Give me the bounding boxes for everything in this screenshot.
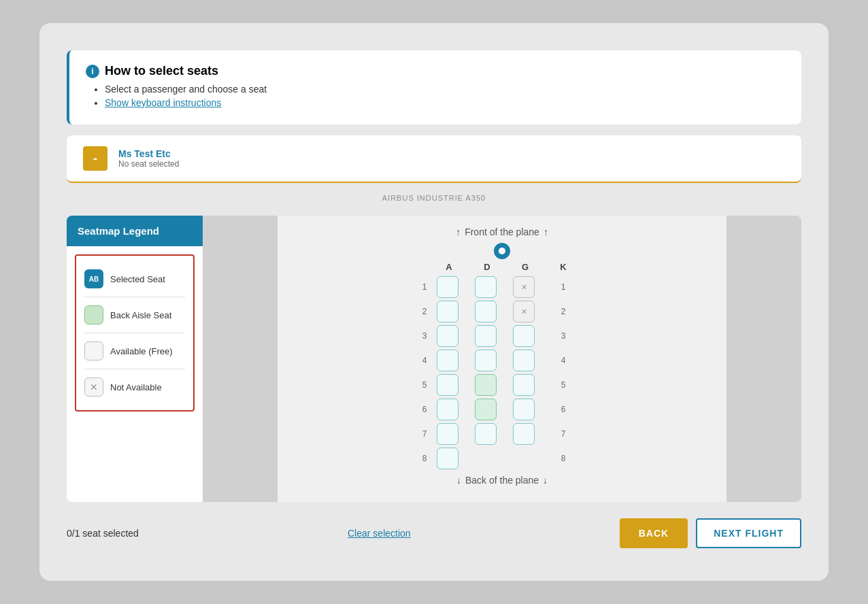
passenger-row: - Ms Test Etc No seat selected	[67, 135, 801, 183]
passenger-fullname: Test Etc	[134, 148, 170, 159]
seat-grid: 1 ✕ 1 2	[414, 276, 590, 469]
seatmap-gray-right	[727, 216, 801, 502]
row-num-6: 6	[414, 405, 435, 414]
legend-available-icon	[84, 341, 103, 360]
info-icon: i	[86, 65, 99, 78]
row-num-8: 8	[414, 454, 435, 463]
legend-selected-label: Selected Seat	[110, 274, 165, 284]
legend-selected-icon: AB	[84, 269, 103, 288]
legend-item-back-aisle: Back Aisle Seat	[84, 300, 185, 330]
legend-unavailable-label: Not Available	[110, 382, 162, 392]
legend-panel: Seatmap Legend AB Selected Seat Back Ais…	[67, 216, 203, 502]
row-num-5: 5	[414, 380, 435, 390]
passenger-name: Ms Test Etc	[118, 148, 179, 159]
button-group: BACK NEXT FLIGHT	[620, 518, 801, 548]
seat-6a[interactable]	[437, 399, 458, 420]
seat-1g: ✕	[513, 276, 535, 298]
seat-3a[interactable]	[437, 325, 458, 347]
seat-1d[interactable]	[475, 276, 497, 298]
table-row: 2 ✕ 2	[414, 301, 590, 322]
col-d: D	[475, 262, 499, 272]
seat-6g[interactable]	[513, 399, 535, 420]
legend-item-unavailable: ✕ Not Available	[84, 372, 185, 402]
seat-4a[interactable]	[437, 350, 458, 371]
table-row: 8 8	[414, 448, 590, 469]
info-list: Select a passenger and choose a seat Sho…	[105, 84, 785, 111]
main-container: i How to select seats Select a passenger…	[39, 23, 829, 581]
seat-2d[interactable]	[475, 301, 497, 322]
row-num-3: 3	[414, 331, 435, 341]
row-num-5-right: 5	[551, 380, 575, 390]
col-g: G	[513, 262, 537, 272]
seat-1a[interactable]	[437, 276, 458, 298]
row-num-7-right: 7	[551, 429, 575, 439]
table-row: 7 7	[414, 423, 590, 445]
back-of-plane-label: ↓ Back of the plane ↓	[456, 475, 548, 486]
table-row: 5 5	[414, 374, 590, 396]
keyboard-instructions-link[interactable]: Show keyboard instructions	[105, 97, 221, 108]
legend-divider-3	[84, 369, 185, 369]
legend-item-selected: AB Selected Seat	[84, 264, 185, 294]
seat-5d[interactable]	[475, 374, 497, 396]
legend-divider-2	[84, 333, 185, 333]
seat-8a[interactable]	[437, 448, 458, 469]
table-row: 4 4	[414, 350, 590, 371]
legend-back-aisle-label: Back Aisle Seat	[110, 310, 171, 320]
legend-body: AB Selected Seat Back Aisle Seat Availab…	[75, 254, 195, 412]
seat-4d[interactable]	[475, 350, 497, 371]
info-step-1: Select a passenger and choose a seat	[105, 84, 785, 95]
col-a: A	[437, 262, 461, 272]
row-num-6-right: 6	[551, 405, 575, 414]
legend-back-aisle-icon	[84, 305, 103, 324]
info-title: i How to select seats	[86, 64, 785, 78]
next-flight-button[interactable]: NEXT FLIGHT	[696, 518, 801, 548]
seat-6d[interactable]	[475, 399, 497, 420]
seat-5g[interactable]	[513, 374, 535, 396]
back-text: Back of the plane	[465, 475, 539, 486]
row-num-1: 1	[414, 282, 435, 292]
table-row: 3 3	[414, 325, 590, 347]
main-content: Seatmap Legend AB Selected Seat Back Ais…	[67, 216, 801, 502]
column-headers: A D G K	[414, 262, 590, 272]
info-step-2: Show keyboard instructions	[105, 97, 785, 108]
passenger-avatar: -	[83, 146, 107, 171]
front-arrow-right: ↑	[544, 227, 548, 237]
seat-7g[interactable]	[513, 423, 535, 445]
seat-2a[interactable]	[437, 301, 458, 322]
door-indicator	[494, 243, 510, 259]
row-num-2-right: 2	[551, 307, 575, 316]
bottom-bar: 0/1 seat selected Clear selection BACK N…	[67, 513, 801, 554]
legend-unavailable-icon: ✕	[84, 378, 103, 397]
row-num-2: 2	[414, 307, 435, 316]
back-button[interactable]: BACK	[620, 518, 688, 548]
seat-3d[interactable]	[475, 325, 497, 347]
legend-item-available: Available (Free)	[84, 336, 185, 366]
passenger-seat-status: No seat selected	[118, 159, 179, 169]
row-num-8-right: 8	[551, 454, 575, 463]
col-k: K	[551, 262, 575, 272]
seat-3g[interactable]	[513, 325, 535, 347]
legend-divider-1	[84, 297, 185, 297]
table-row: 6 6	[414, 399, 590, 420]
row-num-4-right: 4	[551, 356, 575, 365]
back-arrow-left: ↓	[456, 475, 461, 486]
row-num-1-right: 1	[551, 282, 575, 292]
front-of-plane-label: ↑ Front of the plane ↑	[456, 227, 548, 237]
seat-7a[interactable]	[437, 423, 458, 445]
aircraft-label: AIRBUS INDUSTRIE A350	[67, 194, 801, 202]
row-num-3-right: 3	[551, 331, 575, 341]
seat-7d[interactable]	[475, 423, 497, 445]
info-heading: How to select seats	[105, 64, 218, 78]
door-inner	[499, 248, 505, 254]
seat-4g[interactable]	[513, 350, 535, 371]
seatmap-gray-left	[203, 216, 278, 502]
legend-available-label: Available (Free)	[110, 346, 173, 356]
row-num-7: 7	[414, 429, 435, 439]
legend-header: Seatmap Legend	[67, 216, 203, 246]
front-text: Front of the plane	[465, 227, 539, 237]
seat-5a[interactable]	[437, 374, 458, 396]
row-num-4: 4	[414, 356, 435, 365]
clear-selection-link[interactable]: Clear selection	[348, 528, 411, 539]
passenger-prefix: Ms	[118, 148, 131, 159]
passenger-info: Ms Test Etc No seat selected	[118, 148, 179, 169]
